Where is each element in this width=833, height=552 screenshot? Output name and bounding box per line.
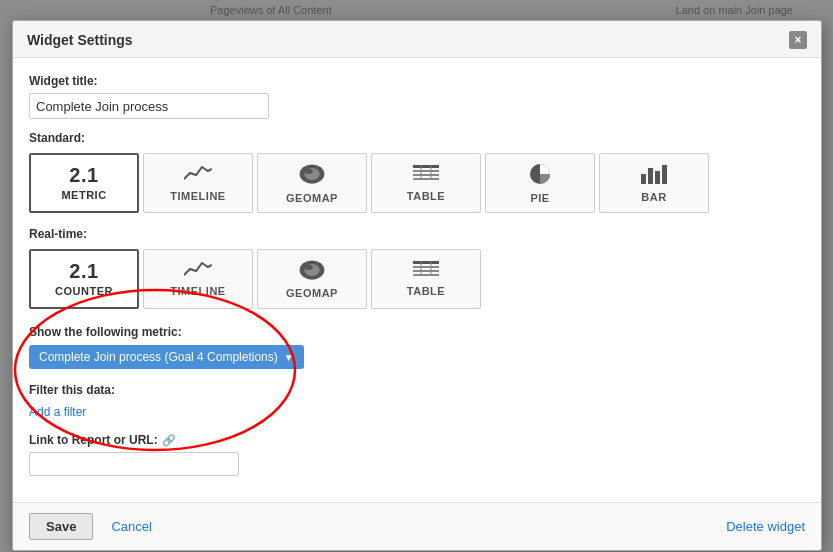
standard-type-row: 2.1 METRIC TIMELINE GEOMAP: [29, 153, 805, 213]
footer-left-buttons: Save Cancel: [29, 513, 162, 540]
realtime-table-label: TABLE: [407, 285, 445, 297]
svg-rect-12: [655, 171, 660, 184]
modal-footer: Save Cancel Delete widget: [13, 502, 821, 550]
link-input[interactable]: [29, 452, 239, 476]
standard-timeline-button[interactable]: TIMELINE: [143, 153, 253, 213]
realtime-label: Real-time:: [29, 227, 805, 241]
dropdown-arrow-icon: ▼: [284, 352, 294, 363]
standard-table-button[interactable]: TABLE: [371, 153, 481, 213]
standard-pie-button[interactable]: PIE: [485, 153, 595, 213]
add-filter-link[interactable]: Add a filter: [29, 405, 86, 419]
realtime-geomap-button[interactable]: GEOMAP: [257, 249, 367, 309]
link-label-text: Link to Report or URL:: [29, 433, 158, 447]
realtime-counter-label: COUNTER: [55, 285, 113, 297]
modal-close-button[interactable]: ×: [789, 31, 807, 49]
svg-rect-17: [413, 261, 439, 264]
svg-point-16: [305, 265, 313, 271]
table-icon: [413, 165, 439, 186]
filter-label: Filter this data:: [29, 383, 805, 397]
modal-header: Widget Settings ×: [13, 21, 821, 58]
svg-rect-10: [641, 174, 646, 184]
standard-table-label: TABLE: [407, 190, 445, 202]
metric-section-label: Show the following metric:: [29, 325, 805, 339]
rt-table-icon: [413, 261, 439, 281]
link-label: Link to Report or URL: 🔗: [29, 433, 805, 447]
svg-rect-13: [662, 165, 667, 184]
metric-dropdown[interactable]: Complete Join process (Goal 4 Completion…: [29, 345, 304, 369]
bar-icon: [641, 164, 667, 187]
svg-rect-4: [413, 170, 439, 172]
standard-timeline-label: TIMELINE: [170, 190, 225, 202]
svg-rect-3: [413, 165, 439, 168]
realtime-timeline-label: TIMELINE: [170, 285, 225, 297]
svg-rect-18: [413, 266, 439, 268]
realtime-geomap-label: GEOMAP: [286, 287, 338, 299]
svg-rect-5: [413, 174, 439, 176]
modal-title: Widget Settings: [27, 32, 133, 48]
standard-metric-button[interactable]: 2.1 METRIC: [29, 153, 139, 213]
standard-label: Standard:: [29, 131, 805, 145]
standard-metric-label: METRIC: [61, 189, 106, 201]
realtime-table-button[interactable]: TABLE: [371, 249, 481, 309]
standard-geomap-label: GEOMAP: [286, 192, 338, 204]
widget-settings-modal: Widget Settings × Widget title: Standard…: [12, 20, 822, 551]
save-button[interactable]: Save: [29, 513, 93, 540]
metric-dropdown-value: Complete Join process (Goal 4 Completion…: [39, 350, 278, 364]
rt-timeline-icon: [184, 261, 212, 281]
svg-point-2: [305, 168, 313, 174]
rt-geomap-icon: [298, 259, 326, 283]
svg-rect-11: [648, 168, 653, 184]
counter-number-icon: 2.1: [69, 261, 98, 281]
cancel-button[interactable]: Cancel: [101, 513, 161, 540]
widget-title-input[interactable]: [29, 93, 269, 119]
metric-number-icon: 2.1: [69, 165, 98, 185]
standard-bar-button[interactable]: BAR: [599, 153, 709, 213]
link-section: Link to Report or URL: 🔗: [29, 433, 805, 476]
realtime-counter-button[interactable]: 2.1 COUNTER: [29, 249, 139, 309]
geomap-icon: [298, 163, 326, 188]
realtime-timeline-button[interactable]: TIMELINE: [143, 249, 253, 309]
standard-pie-label: PIE: [530, 192, 549, 204]
link-report-icon: 🔗: [162, 434, 176, 447]
svg-rect-6: [413, 178, 439, 180]
svg-rect-20: [413, 274, 439, 276]
modal-body: Widget title: Standard: 2.1 METRIC TIMEL…: [13, 58, 821, 502]
delete-widget-button[interactable]: Delete widget: [726, 519, 805, 534]
realtime-type-row: 2.1 COUNTER TIMELINE GEOMAP: [29, 249, 805, 309]
standard-bar-label: BAR: [641, 191, 666, 203]
standard-geomap-button[interactable]: GEOMAP: [257, 153, 367, 213]
pie-icon: [529, 163, 551, 188]
widget-title-label: Widget title:: [29, 74, 805, 88]
svg-rect-19: [413, 270, 439, 272]
timeline-icon: [184, 165, 212, 186]
